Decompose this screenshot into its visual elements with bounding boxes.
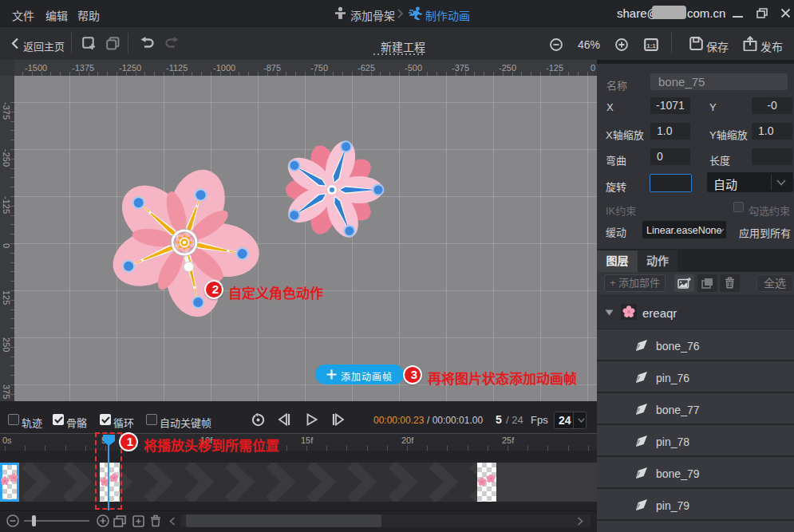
svg-text:1:1: 1:1 xyxy=(646,42,656,49)
